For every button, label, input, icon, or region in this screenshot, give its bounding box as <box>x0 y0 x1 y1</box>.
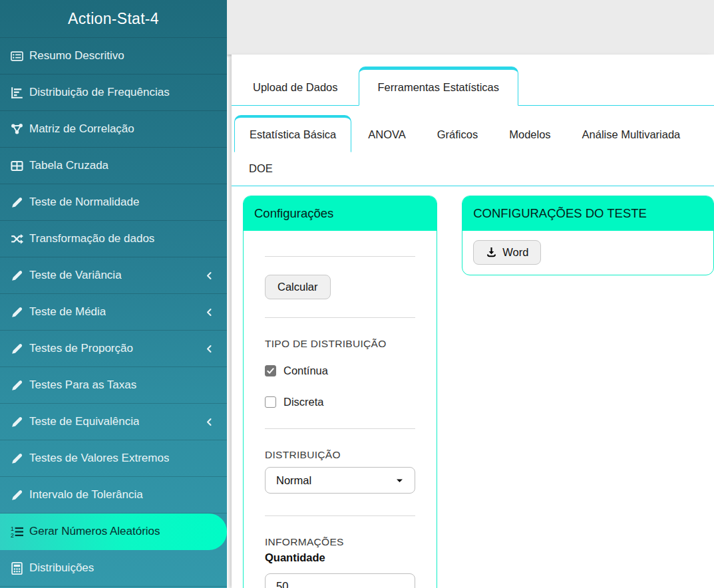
distribution-select[interactable]: Normal <box>265 467 415 494</box>
divider <box>265 256 415 257</box>
sidebar-item-label: Testes de Proporção <box>29 342 133 355</box>
sidebar-item-label: Distribuições <box>29 561 94 575</box>
sidebar-item-testes-para-as-taxas[interactable]: Testes Para as Taxas <box>0 367 227 404</box>
subtab-analise-multivariada[interactable]: Análise Multivariada <box>568 118 695 152</box>
discrete-checkbox[interactable] <box>265 396 276 408</box>
sidebar: Action-Stat-4 Resumo DescritivoDistribui… <box>0 0 227 588</box>
subtab-modelos[interactable]: Modelos <box>494 118 565 152</box>
config-panel-body: Calcular TIPO DE DISTRIBUIÇÃO Contínua D… <box>244 231 437 588</box>
sidebar-nav: Resumo DescritivoDistribuição de Frequên… <box>0 37 227 587</box>
subtab-doe[interactable]: DOE <box>234 152 287 186</box>
distribution-select-value: Normal <box>276 474 311 487</box>
test-pen-icon <box>11 196 23 209</box>
main-tabs: Upload de DadosFerramentas Estatísticas <box>232 67 714 106</box>
sidebar-item-label: Matriz de Correlação <box>29 122 134 136</box>
test-pen-icon <box>11 343 23 355</box>
svg-text:2: 2 <box>11 531 14 537</box>
subtab-anova[interactable]: ANOVA <box>353 118 421 152</box>
continuous-checkbox[interactable] <box>265 365 276 376</box>
sidebar-item-distribuicao-de-frequencias[interactable]: Distribuição de Frequências <box>0 74 227 111</box>
sidebar-item-label: Distribuição de Frequências <box>29 86 170 99</box>
chevron-left-icon <box>205 308 218 317</box>
sidebar-item-intervalo-de-tolerancia[interactable]: Intervalo de Tolerância <box>0 477 227 514</box>
app-title: Action-Stat-4 <box>0 0 227 37</box>
info-label: INFORMAÇÕES <box>265 536 415 548</box>
sidebar-item-label: Gerar Números Aleatórios <box>29 525 160 538</box>
quantity-input[interactable] <box>265 573 415 588</box>
shuffle-icon <box>11 233 23 245</box>
sidebar-item-label: Teste de Média <box>29 305 106 319</box>
sidebar-item-testes-de-valores-extremos[interactable]: Testes de Valores Extremos <box>0 440 227 477</box>
test-config-panel-body: Word <box>462 231 713 274</box>
test-config-panel-title: CONFIGURAÇÕES DO TESTE <box>462 196 713 231</box>
config-panel-title: Configurações <box>244 196 437 231</box>
sidebar-item-label: Intervalo de Tolerância <box>29 488 143 502</box>
test-pen-icon <box>11 269 23 282</box>
sidebar-item-testes-de-proporcao[interactable]: Testes de Proporção <box>0 331 227 367</box>
chevron-left-icon <box>205 271 218 280</box>
test-config-panel: CONFIGURAÇÕES DO TESTE Word <box>462 196 714 275</box>
ordered-list-icon: 12 <box>11 525 23 538</box>
distribution-label: DISTRIBUIÇÃO <box>265 449 415 461</box>
download-icon <box>486 247 497 258</box>
word-export-label: Word <box>502 246 528 259</box>
test-pen-icon <box>11 379 23 392</box>
config-panel: Configurações Calcular TIPO DE DISTRIBUI… <box>243 196 437 588</box>
tab-upload-de-dados[interactable]: Upload de Dados <box>234 70 357 105</box>
sidebar-item-tabela-cruzada[interactable]: Tabela Cruzada <box>0 148 227 184</box>
subtab-estatistica-basica[interactable]: Estatística Básica <box>234 115 351 152</box>
discrete-label: Discreta <box>283 396 324 408</box>
sidebar-item-teste-de-normalidade[interactable]: Teste de Normalidade <box>0 184 227 221</box>
quantity-label: Quantidade <box>265 551 415 564</box>
sidebar-item-label: Resumo Descritivo <box>29 49 124 63</box>
word-export-button[interactable]: Word <box>473 240 541 265</box>
sidebar-item-distribuicoes[interactable]: Distribuições <box>0 550 227 587</box>
continuous-checkbox-row[interactable]: Contínua <box>265 365 415 377</box>
continuous-label: Contínua <box>283 365 328 377</box>
distribution-type-label: TIPO DE DISTRIBUIÇÃO <box>265 338 415 350</box>
sidebar-item-teste-de-variancia[interactable]: Teste de Variância <box>0 257 227 294</box>
svg-text:1: 1 <box>11 525 14 532</box>
caret-down-icon <box>395 476 404 485</box>
chevron-left-icon <box>205 418 218 426</box>
chevron-left-icon <box>205 345 218 353</box>
sidebar-item-label: Transformação de dados <box>29 232 154 245</box>
sidebar-item-label: Teste de Equivalência <box>29 415 139 428</box>
sidebar-item-label: Tabela Cruzada <box>29 159 108 172</box>
discrete-checkbox-row[interactable]: Discreta <box>265 396 415 408</box>
frequency-chart-icon <box>11 86 23 99</box>
test-pen-icon <box>11 489 23 502</box>
subtab-graficos[interactable]: Gráficos <box>423 118 492 152</box>
divider <box>265 515 415 516</box>
panels-row: Configurações Calcular TIPO DE DISTRIBUI… <box>232 186 714 588</box>
sidebar-item-transformacao-de-dados[interactable]: Transformação de dados <box>0 221 227 257</box>
calculate-button[interactable]: Calcular <box>265 275 331 299</box>
tab-ferramentas-estatisticas[interactable]: Ferramentas Estatísticas <box>359 67 518 106</box>
sidebar-item-teste-de-equivalencia[interactable]: Teste de Equivalência <box>0 404 227 440</box>
sidebar-item-resumo-descritivo[interactable]: Resumo Descritivo <box>0 38 227 74</box>
test-pen-icon <box>11 416 23 428</box>
test-pen-icon <box>11 452 23 465</box>
table-icon <box>11 160 23 172</box>
app-window: Action-Stat-4 Resumo DescritivoDistribui… <box>0 0 714 588</box>
sidebar-item-label: Teste de Variância <box>29 269 122 282</box>
sidebar-item-label: Testes Para as Taxas <box>29 378 136 392</box>
test-pen-icon <box>11 306 23 319</box>
correlation-icon <box>11 123 23 136</box>
sidebar-item-label: Testes de Valores Extremos <box>29 452 169 465</box>
main-content: Upload de DadosFerramentas Estatísticas … <box>232 55 714 588</box>
calculator-icon <box>11 562 23 575</box>
divider <box>265 428 415 429</box>
sidebar-item-teste-de-media[interactable]: Teste de Média <box>0 294 227 331</box>
list-alt-icon <box>11 50 23 63</box>
divider <box>265 317 415 318</box>
sidebar-item-matriz-de-correlacao[interactable]: Matriz de Correlação <box>0 111 227 148</box>
sidebar-item-label: Teste de Normalidade <box>29 196 139 209</box>
top-gray-band <box>227 0 714 55</box>
sidebar-item-gerar-numeros-aleatorios[interactable]: 12Gerar Números Aleatórios <box>0 514 227 550</box>
sub-tabs: Estatística BásicaANOVAGráficosModelosAn… <box>232 115 714 186</box>
